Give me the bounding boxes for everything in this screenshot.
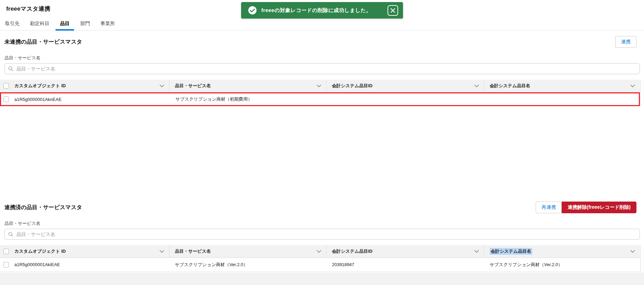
cell-item-service-name: サブスクリプション商材（Ver.2.0） — [169, 262, 326, 268]
table-row[interactable]: a1R5g0000001AkiEAE サブスクリプション商材（Ver.2.0） … — [0, 258, 640, 272]
search-icon — [8, 232, 13, 237]
header-custom-object-id[interactable]: カスタムオブジェクト ID — [0, 80, 169, 92]
chevron-down-icon[interactable] — [317, 84, 321, 87]
select-all-checkbox[interactable] — [3, 249, 9, 254]
cell-text: a1R5g0000001AkiEAE — [14, 262, 60, 267]
header-accounting-item-name[interactable]: 会計システム品目名 — [484, 80, 640, 92]
close-icon — [390, 8, 395, 13]
column-label-selected: 会計システム品目名 — [490, 248, 532, 255]
table-scrollbar-gutter[interactable] — [640, 245, 644, 272]
column-label: 品目・サービス名 — [175, 248, 211, 254]
toast-close-button[interactable] — [387, 5, 398, 16]
table-scrollbar-gutter[interactable] — [640, 80, 644, 106]
select-all-checkbox[interactable] — [3, 83, 9, 89]
unlinked-actions: 連携 — [615, 36, 636, 48]
unlink-delete-button[interactable]: 連携解除(freeeレコード削除) — [562, 202, 636, 213]
unlinked-section-header: 未連携の品目・サービスマスタ 連携 — [0, 36, 644, 48]
master-type-tabs: 取引先 勘定科目 品目 部門 事業所 — [0, 17, 644, 31]
chevron-down-icon[interactable] — [474, 250, 479, 253]
unlinked-filter-label: 品目・サービス名 — [4, 55, 644, 61]
column-label: 会計システム品目名 — [490, 83, 530, 89]
cell-custom-object-id: a1R5g0000001AknEAE — [1, 96, 170, 102]
chevron-down-icon[interactable] — [630, 250, 635, 253]
row-checkbox[interactable] — [3, 96, 9, 102]
freee-master-sync-app: freeeマスタ連携 freeeの対象レコードの削除に成功しました。 取引先 勘… — [0, 0, 644, 285]
column-label: 品目・サービス名 — [175, 83, 211, 89]
search-icon — [8, 66, 13, 71]
chevron-down-icon[interactable] — [159, 250, 164, 253]
linked-search-input[interactable] — [4, 229, 640, 240]
unlinked-section-title: 未連携の品目・サービスマスタ — [4, 38, 82, 46]
toast-message: freeeの対象レコードの削除に成功しました。 — [261, 7, 371, 14]
tab-torihikisaki[interactable]: 取引先 — [4, 17, 20, 30]
cell-accounting-item-id: 203918947 — [326, 262, 484, 267]
chevron-down-icon[interactable] — [317, 250, 321, 253]
header-accounting-item-id[interactable]: 会計システム品目ID — [326, 80, 484, 92]
cell-item-service-name: サブスクリプション商材（初期費用） — [170, 96, 326, 102]
column-label: 会計システム品目ID — [332, 83, 372, 89]
tab-jigyosho[interactable]: 事業所 — [100, 17, 116, 30]
header-accounting-item-id[interactable]: 会計システム品目ID — [326, 245, 484, 258]
unlinked-searchbox — [4, 63, 640, 74]
column-label: カスタムオブジェクト ID — [14, 83, 66, 89]
header-custom-object-id[interactable]: カスタムオブジェクト ID — [0, 245, 169, 258]
success-check-icon — [248, 6, 257, 15]
page-bottom-strip — [0, 272, 644, 285]
chevron-down-icon[interactable] — [159, 84, 164, 87]
unlinked-table-header: カスタムオブジェクト ID 品目・サービス名 会計システム品目ID 会計システム… — [0, 80, 640, 92]
linked-table: カスタムオブジェクト ID 品目・サービス名 会計システム品目ID 会計システム… — [0, 245, 644, 272]
tab-hinmoku[interactable]: 品目 — [59, 17, 70, 30]
linked-filter-label: 品目・サービス名 — [4, 220, 644, 227]
column-label: カスタムオブジェクト ID — [14, 248, 66, 254]
header-accounting-item-name[interactable]: 会計システム品目名 — [484, 245, 640, 258]
header-item-service-name[interactable]: 品目・サービス名 — [169, 245, 326, 258]
linked-table-header: カスタムオブジェクト ID 品目・サービス名 会計システム品目ID 会計システム… — [0, 245, 640, 258]
chevron-down-icon[interactable] — [474, 84, 479, 87]
table-row[interactable]: a1R5g0000001AknEAE サブスクリプション商材（初期費用） — [0, 92, 640, 106]
unlinked-search-input[interactable] — [4, 63, 640, 74]
tab-bumon[interactable]: 部門 — [80, 17, 91, 30]
tab-kanjokamoku[interactable]: 勘定科目 — [29, 17, 50, 30]
column-label: 会計システム品目ID — [332, 248, 372, 254]
row-checkbox[interactable] — [3, 262, 9, 267]
cell-custom-object-id: a1R5g0000001AkiEAE — [0, 262, 169, 267]
header-item-service-name[interactable]: 品目・サービス名 — [169, 80, 326, 92]
cell-text: a1R5g0000001AknEAE — [14, 97, 61, 102]
cell-accounting-item-name: サブスクリプション商材（Ver.2.0） — [484, 262, 640, 268]
linked-section-title: 連携済の品目・サービスマスタ — [4, 204, 82, 211]
link-button[interactable]: 連携 — [615, 36, 636, 48]
relink-button[interactable]: 再連携 — [536, 202, 562, 213]
unlinked-table: カスタムオブジェクト ID 品目・サービス名 会計システム品目ID 会計システム… — [0, 80, 644, 106]
linked-searchbox — [4, 229, 640, 240]
chevron-down-icon[interactable] — [630, 84, 635, 87]
linked-actions: 再連携 連携解除(freeeレコード削除) — [536, 202, 636, 213]
success-toast: freeeの対象レコードの削除に成功しました。 — [241, 2, 403, 19]
linked-section-header: 連携済の品目・サービスマスタ 再連携 連携解除(freeeレコード削除) — [0, 202, 644, 213]
